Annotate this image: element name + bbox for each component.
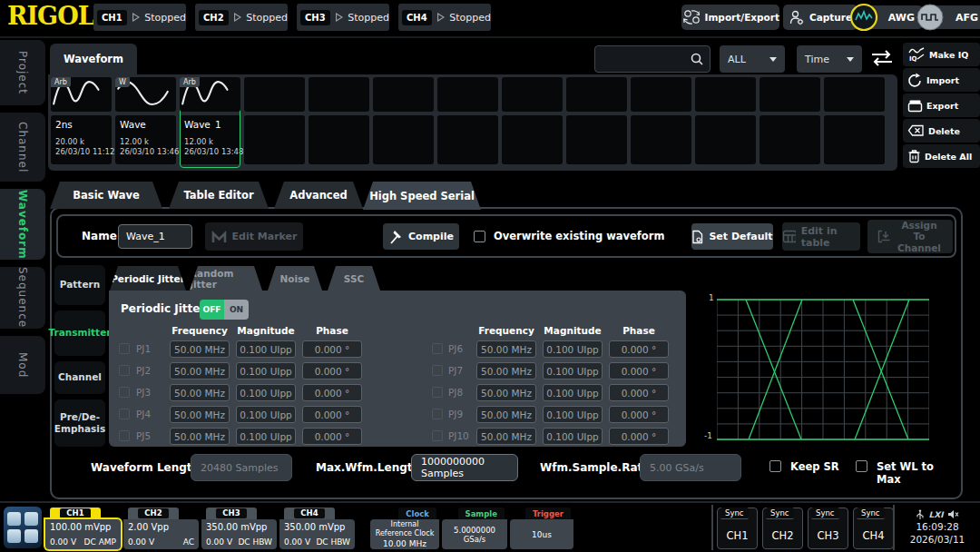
hss-nav-pre-de-emphasis[interactable]: Pre/De-Emphasis (54, 399, 105, 447)
waveform-info[interactable]: 2ns 20.00 k 26/03/10 11:12 (51, 115, 112, 164)
waveform-slot-empty[interactable] (502, 77, 563, 168)
pj-frequency-input[interactable]: 50.00 MHz (170, 428, 230, 445)
pj-phase-input[interactable]: 0.000 ° (302, 406, 362, 423)
sidebar-item-mod[interactable]: Mod (0, 336, 45, 394)
pj-magnitude-input[interactable]: 0.100 UIpp (236, 384, 296, 401)
pj-magnitude-input[interactable]: 0.100 UIpp (543, 362, 603, 380)
waveform-thumbnail[interactable]: Arb (180, 77, 240, 112)
waveform-slot-empty[interactable] (760, 77, 820, 168)
waveform-info-empty[interactable] (695, 115, 756, 164)
waveform-search-input[interactable] (594, 45, 710, 73)
pj-magnitude-input[interactable]: 0.100 UIpp (543, 340, 603, 358)
import-button[interactable]: Import (903, 68, 980, 92)
keep-sr-checkbox[interactable] (769, 460, 781, 472)
waveform-info[interactable]: Wave 12.00 k 26/03/10 13:46 (115, 115, 176, 164)
waveform-info-empty[interactable] (309, 115, 369, 164)
channel-status-ch2[interactable]: CH2 Stopped (195, 4, 288, 31)
pj-magnitude-input[interactable]: 0.100 UIpp (543, 406, 603, 423)
tab-table-editor[interactable]: Table Editor (169, 182, 269, 209)
pj-magnitude-input[interactable]: 0.100 UIpp (236, 428, 296, 445)
waveform-info-empty[interactable] (760, 115, 820, 164)
capture-button[interactable]: Capture (783, 5, 858, 30)
pj-frequency-input[interactable]: 50.00 MHz (476, 340, 536, 358)
apps-grid-button[interactable] (4, 507, 42, 548)
pj-magnitude-input[interactable]: 0.100 UIpp (236, 362, 296, 380)
hss-nav-channel[interactable]: Channel (54, 361, 105, 394)
periodic-jitter-toggle[interactable]: OFF ON (200, 300, 249, 320)
pj-magnitude-input[interactable]: 0.100 UIpp (543, 428, 603, 445)
waveform-browser-tab[interactable]: Waveform (50, 44, 137, 74)
waveform-info-empty[interactable] (824, 115, 885, 164)
pj-checkbox-PJ4[interactable] (119, 409, 130, 419)
swap-sort-order-icon[interactable] (869, 47, 895, 69)
pj-magnitude-input[interactable]: 0.100 UIpp (543, 384, 603, 401)
pj-phase-input[interactable]: 0.000 ° (609, 362, 669, 380)
delete-all-button[interactable]: Delete All (903, 144, 980, 168)
waveform-thumbnail-empty[interactable] (824, 77, 885, 112)
waveform-info[interactable]: Wave_1 12.00 k 26/03/10 13:48 (180, 115, 240, 164)
tab-basic-wave[interactable]: Basic Wave (50, 182, 162, 209)
awg-waveform-icon[interactable] (849, 3, 878, 32)
bottom-channel-ch1[interactable]: CH1 100.00 mVpp 0.00 V DC AMP (45, 508, 121, 549)
waveform-thumbnail-empty[interactable] (373, 77, 434, 112)
pj-frequency-input[interactable]: 50.00 MHz (170, 362, 230, 380)
waveform-slot-empty[interactable] (244, 77, 305, 168)
waveform-info-empty[interactable] (244, 115, 305, 164)
sidebar-item-sequence[interactable]: Sequence (0, 267, 45, 329)
pj-phase-input[interactable]: 0.000 ° (609, 340, 669, 358)
overwrite-checkbox[interactable] (474, 231, 485, 242)
pj-checkbox-PJ5[interactable] (119, 430, 130, 441)
waveform-info-empty[interactable] (631, 115, 691, 164)
clock-card[interactable]: Clock Internal Reference Clock 10.00 MHz (370, 508, 439, 549)
waveform-info-empty[interactable] (437, 115, 498, 164)
sample-card[interactable]: Sample 5.0000000 GSa/s (442, 508, 507, 549)
afg-waveform-icon[interactable] (916, 3, 945, 32)
waveform-thumbnail-empty[interactable] (309, 77, 369, 112)
waveform-thumbnail[interactable]: Arb (51, 77, 112, 112)
pj-frequency-input[interactable]: 50.00 MHz (476, 406, 536, 423)
pj-magnitude-input[interactable]: 0.100 UIpp (236, 340, 296, 358)
waveform-item-wave[interactable]: W Wave 12.00 k 26/03/10 13:46 (115, 77, 176, 168)
sync-ch3-button[interactable]: Sync CH3 (808, 508, 848, 549)
edit-in-table-button[interactable]: Edit in table (782, 222, 860, 251)
waveform-slot-empty[interactable] (631, 77, 691, 168)
pj-checkbox-PJ3[interactable] (119, 387, 130, 398)
type-filter-dropdown[interactable]: ALL (720, 45, 785, 73)
waveform-thumbnail-empty[interactable] (437, 77, 498, 112)
pj-frequency-input[interactable]: 50.00 MHz (170, 406, 230, 423)
pj-checkbox-PJ2[interactable] (119, 365, 130, 376)
channel-status-ch4[interactable]: CH4 Stopped (398, 4, 491, 31)
waveform-length-input[interactable]: 20480 Samples (191, 454, 292, 481)
pj-frequency-input[interactable]: 50.00 MHz (476, 384, 536, 401)
pj-phase-input[interactable]: 0.000 ° (302, 428, 362, 445)
channel-status-ch1[interactable]: CH1 Stopped (93, 4, 186, 31)
pj-phase-input[interactable]: 0.000 ° (609, 406, 669, 423)
pj-phase-input[interactable]: 0.000 ° (609, 428, 669, 445)
pj-checkbox-PJ1[interactable] (119, 343, 130, 354)
toggle-off-option[interactable]: OFF (200, 300, 224, 320)
sidebar-item-project[interactable]: Project (0, 40, 45, 105)
pj-magnitude-input[interactable]: 0.100 UIpp (236, 406, 296, 423)
waveform-thumbnail-empty[interactable] (631, 77, 691, 112)
waveform-item-wave1-selected[interactable]: Arb Wave_1 12.00 k 26/03/10 13:48 (180, 77, 240, 168)
sync-ch1-button[interactable]: Sync CH1 (717, 508, 758, 549)
waveform-thumbnail-empty[interactable] (502, 77, 563, 112)
waveform-thumbnail[interactable]: W (115, 77, 176, 112)
export-button[interactable]: Export (903, 94, 980, 117)
pj-frequency-input[interactable]: 50.00 MHz (476, 428, 536, 445)
waveform-slot-empty[interactable] (309, 77, 369, 168)
pj-checkbox-PJ8[interactable] (432, 387, 443, 398)
set-wl-to-max-checkbox[interactable] (856, 460, 867, 472)
waveform-thumbnail-empty[interactable] (695, 77, 756, 112)
sidebar-item-waveform[interactable]: Waveform (0, 189, 45, 260)
delete-button[interactable]: Delete (903, 119, 980, 143)
pj-phase-input[interactable]: 0.000 ° (609, 384, 669, 401)
pj-checkbox-PJ6[interactable] (432, 343, 443, 354)
tab-advanced[interactable]: Advanced (274, 182, 363, 209)
pj-checkbox-PJ10[interactable] (432, 430, 443, 441)
tab-high-speed-serial[interactable]: High Speed Serial (363, 182, 481, 210)
sync-ch4-button[interactable]: Sync CH4 (853, 508, 894, 549)
waveform-name-input[interactable]: Wave_1 (118, 224, 192, 249)
waveform-info-empty[interactable] (373, 115, 434, 164)
tab-ssc[interactable]: SSC (328, 266, 380, 291)
